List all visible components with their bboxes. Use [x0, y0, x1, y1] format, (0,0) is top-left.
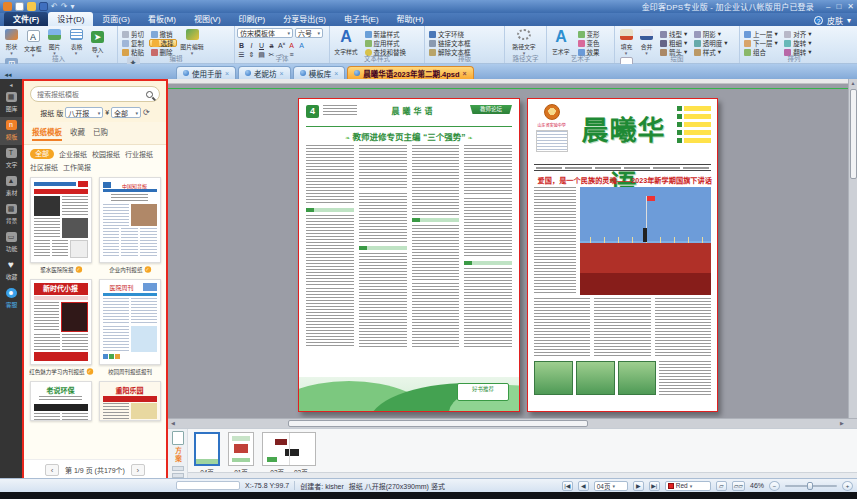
rail-item-material[interactable]: ▲ 素材: [0, 173, 22, 201]
canvas-horizontal-scrollbar[interactable]: ◀ ▶: [168, 418, 857, 428]
tab-close-icon[interactable]: ×: [463, 70, 467, 77]
undo-icon[interactable]: ↶: [51, 2, 58, 11]
tab-scroll-left-icon[interactable]: ◂◂: [0, 71, 16, 79]
horizontal-scroll-thumb[interactable]: [288, 420, 588, 427]
menu-print[interactable]: 印刷(P): [230, 12, 275, 26]
newspaper-page-1[interactable]: 山东省实验中学 晨曦华语 爱国，是一个民族的灵魂——2023年新学期国旗下讲话: [527, 98, 718, 412]
highlight-color-button[interactable]: A: [297, 40, 306, 49]
color-mode-select[interactable]: Red▾: [665, 481, 711, 491]
vertical-scroll-thumb[interactable]: [850, 89, 857, 179]
tab-close-icon[interactable]: ×: [334, 70, 338, 77]
chip-community[interactable]: 社区报纸: [30, 162, 58, 172]
menu-help[interactable]: 帮助(H): [388, 12, 433, 26]
link-textbox-button[interactable]: 链接文本框: [427, 39, 473, 47]
prev-page-nav-button[interactable]: ◀: [578, 481, 589, 491]
canvas-vertical-scrollbar[interactable]: ▲: [848, 79, 857, 418]
scroll-left-icon[interactable]: ◀: [168, 419, 178, 428]
cut-button[interactable]: 剪切: [120, 30, 146, 38]
align-button[interactable]: 对齐 ▾: [782, 30, 813, 38]
strikethrough-button[interactable]: a: [267, 40, 276, 49]
chip-campus[interactable]: 校园报纸: [92, 149, 120, 159]
next-page-nav-button[interactable]: ▶: [633, 481, 644, 491]
line-weight-button[interactable]: 粗细 ▾: [658, 39, 689, 47]
template-thumbnail[interactable]: 中国知音报: [99, 177, 161, 263]
minimize-button[interactable]: –: [826, 2, 830, 11]
chip-all[interactable]: 全部: [30, 149, 54, 159]
help-icon[interactable]: ?: [814, 16, 823, 25]
wordart-button[interactable]: A 艺术字: [549, 28, 573, 55]
last-page-button[interactable]: ▶|: [649, 481, 660, 491]
scroll-right-icon[interactable]: ▶: [837, 419, 847, 428]
doc-tab-manual[interactable]: 使用手册 ×: [176, 66, 236, 79]
template-card[interactable]: 中国知音报 企业内刊报纸✓: [99, 177, 161, 274]
menu-design[interactable]: 设计(D): [48, 12, 93, 26]
scroll-up-icon[interactable]: ▲: [849, 79, 857, 88]
spread-view-button[interactable]: ▱▱: [732, 481, 745, 491]
doc-tab-active[interactable]: 晨曦华语2023年第二期.4psd ×: [347, 66, 473, 79]
zoom-in-button[interactable]: +: [842, 481, 853, 491]
rail-item-favorites[interactable]: ♥ 收藏: [0, 257, 22, 285]
font-family-select[interactable]: 仿宋模板体▾: [237, 28, 293, 38]
send-backward-button[interactable]: 下一层 ▾: [742, 39, 780, 47]
search-icon[interactable]: [146, 91, 153, 98]
underline-button[interactable]: U: [257, 40, 266, 49]
menu-view[interactable]: 视图(V): [185, 12, 230, 26]
save-icon[interactable]: [39, 2, 48, 11]
new-doc-icon[interactable]: [15, 2, 24, 11]
zoom-out-button[interactable]: −: [769, 481, 780, 491]
menu-file[interactable]: 文件(F): [4, 12, 48, 26]
font-color-button[interactable]: A: [287, 40, 296, 49]
search-box[interactable]: [30, 86, 160, 102]
page-select[interactable]: 04页▾: [594, 481, 628, 491]
line-type-button[interactable]: 线型 ▾: [658, 30, 689, 38]
menu-board[interactable]: 看板(M): [139, 12, 185, 26]
template-thumbnail[interactable]: 重阳乐园: [99, 381, 161, 421]
open-folder-icon[interactable]: [27, 2, 36, 11]
price-filter-select[interactable]: 全部▾: [111, 107, 141, 118]
undo-button[interactable]: 撤销: [149, 30, 177, 38]
doc-tab-template-lib[interactable]: 模板库 ×: [293, 66, 346, 79]
skin-dropdown-icon[interactable]: ▾: [847, 16, 851, 25]
text-style-button[interactable]: A 文字样式: [332, 28, 360, 55]
close-button[interactable]: ✕: [847, 2, 854, 11]
chip-enterprise[interactable]: 企业报纸: [59, 149, 87, 159]
canvas[interactable]: 4 晨曦华语 教师论坛 ❧ 教师进修专页主编 “三个强势” ❧ 好书推荐 山东省…: [168, 79, 857, 418]
template-thumbnail[interactable]: 新时代小报: [30, 279, 92, 365]
wordart-transform-button[interactable]: 变形: [576, 30, 602, 38]
shadow-button[interactable]: 阴影 ▾: [692, 30, 730, 38]
rotate-button[interactable]: 旋转 ▾: [782, 39, 813, 47]
template-card[interactable]: 新时代小报 红色魅力学习内刊报纸✓: [30, 279, 92, 376]
apply-style-button[interactable]: 应用样式: [363, 39, 409, 47]
maximize-button[interactable]: □: [836, 2, 841, 11]
plan-tab[interactable]: 方案: [173, 447, 183, 464]
first-page-button[interactable]: |◀: [562, 481, 573, 491]
select-button[interactable]: 选择: [149, 39, 177, 47]
insert-image-button[interactable]: 图片▾: [45, 28, 64, 55]
rail-item-gallery[interactable]: ▦ 图库: [0, 89, 22, 117]
template-card[interactable]: 医院周刊 校园周刊报纸报刊: [99, 279, 161, 376]
view-toggle-button[interactable]: [172, 466, 184, 471]
page-thumb-02-03[interactable]: 02页 03页: [262, 432, 316, 477]
insert-shape-button[interactable]: 形状▾: [2, 28, 21, 55]
rail-item-support[interactable]: ☻ 客服: [0, 285, 22, 313]
tab-favorites[interactable]: 收藏: [70, 126, 85, 141]
rail-item-background[interactable]: ▩ 背景: [0, 201, 22, 229]
refresh-icon[interactable]: ⟳: [143, 108, 150, 117]
merge-button[interactable]: 合并▾: [638, 28, 656, 55]
copy-button[interactable]: 复制: [120, 39, 146, 47]
tab-close-icon[interactable]: ×: [280, 70, 284, 77]
template-card[interactable]: 聚水医院院报✓: [30, 177, 92, 274]
next-page-button[interactable]: ›: [131, 464, 145, 476]
document-icon[interactable]: [172, 431, 184, 445]
menu-ebook[interactable]: 电子书(E): [335, 12, 388, 26]
template-card[interactable]: 老说环保: [30, 381, 92, 421]
tab-newspaper-templates[interactable]: 报纸模板: [32, 126, 62, 141]
menu-share-export[interactable]: 分享导出(S): [274, 12, 335, 26]
paper-size-select[interactable]: 八开报▾: [65, 107, 103, 118]
rail-item-template[interactable]: n 模板: [0, 117, 22, 145]
image-edit-button[interactable]: 图片编辑▾: [179, 28, 205, 55]
template-card[interactable]: 重阳乐园: [99, 381, 161, 421]
insert-textbox-button[interactable]: A 文本框▾: [24, 29, 43, 56]
opacity-button[interactable]: 透明度 ▾: [692, 39, 730, 47]
bold-button[interactable]: B: [237, 40, 246, 49]
